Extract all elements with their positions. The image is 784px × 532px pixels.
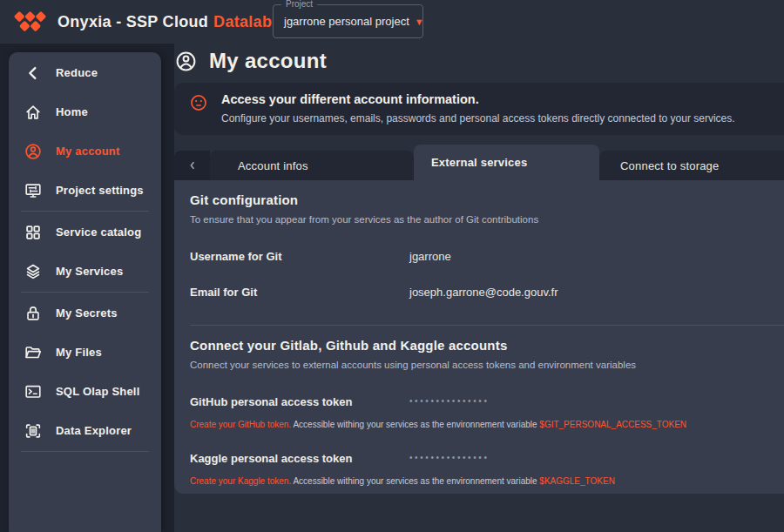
sidebar-item-label: My account [56,145,120,158]
kaggle-env-var: $KAGGLE_TOKEN [539,476,615,486]
sidebar-item-label: My Secrets [56,306,118,320]
sentiment-neutral-icon [189,93,208,112]
sidebar-item-label: My Services [56,265,123,278]
git-email-value[interactable]: joseph.garrone@code.gouv.fr [409,286,558,299]
notice-description: Configure your usernames, emails, passwo… [221,112,735,125]
sidebar-item-label: Reduce [56,66,98,79]
tab-connect-to-storage[interactable]: Connect to storage [599,151,784,180]
data-frame-icon [24,421,43,441]
app-title: Onyxia - SSP CloudDatalab [57,13,272,31]
field-row-git-username: Username for Git jgarrone [190,250,784,263]
accounts-section-subtitle: Connect your services to external accoun… [190,360,784,370]
sidebar-item-label: SQL Olap Shell [56,385,139,398]
notice-title: Access your different account informatio… [221,92,735,106]
git-configuration-title: Git configuration [190,192,784,207]
sidebar-divider [21,292,149,293]
brand-accent: Datalab [213,13,272,30]
external-services-panel: Git configuration To ensure that you app… [174,180,784,494]
field-row-github-token: GitHub personal access token •••••••••••… [190,395,784,408]
create-kaggle-token-link[interactable]: Create your Kaggle token. [190,476,291,486]
field-row-kaggle-token: Kaggle personal access token •••••••••••… [190,452,784,465]
brand-title: Onyxia - SSP Cloud [57,13,208,30]
sidebar-item-my-files[interactable]: My Files [9,333,161,372]
field-label: Kaggle personal access token [190,452,409,465]
accounts-section-title: Connect your Gitlab, Github and Kaggle a… [190,338,784,353]
section-divider [190,325,784,326]
tabs-scroll-left-button[interactable] [174,151,210,180]
page-title: My account [209,49,327,73]
main-content: My account Access your different account… [174,44,784,532]
sidebar-item-my-services[interactable]: My Services [9,252,161,291]
sidebar-divider [21,211,149,212]
git-configuration-subtitle: To ensure that you appear from your serv… [190,214,784,225]
sidebar-item-home[interactable]: Home [9,92,161,131]
kaggle-token-masked-value[interactable]: ••••••••••••••• [409,453,490,462]
page-header: My account [174,49,327,73]
home-icon [24,103,43,122]
account-circle-icon [24,142,43,161]
sidebar: Reduce Home My account Project settings … [9,52,161,532]
sidebar-item-label: Service catalog [56,226,141,239]
git-username-value[interactable]: jgarrone [409,250,451,263]
sidebar-item-label: Home [56,105,88,118]
sidebar-item-project-settings[interactable]: Project settings [9,171,161,210]
github-env-var: $GIT_PERSONAL_ACCESS_TOKEN [539,420,686,429]
sidebar-item-my-account[interactable]: My account [9,131,161,171]
notice-text: Access your different account informatio… [221,92,735,125]
project-select[interactable]: Project jgarrone personal project ▼ [273,4,423,38]
notice-banner: Access your different account informatio… [174,83,784,135]
app-header: Onyxia - SSP CloudDatalab Project jgarro… [0,0,784,44]
field-label: GitHub personal access token [190,395,409,408]
layers-icon [24,262,43,281]
sidebar-item-label: My Files [56,346,102,359]
field-row-git-email: Email for Git joseph.garrone@code.gouv.f… [190,286,784,299]
helper-text: Accessible withing your services as the … [291,476,539,486]
terminal-icon [24,382,43,401]
sidebar-item-service-catalog[interactable]: Service catalog [9,212,161,252]
caret-down-icon: ▼ [415,17,424,27]
project-select-label: Project [281,0,317,10]
project-select-value: jgarrone personal project [284,15,409,28]
tab-external-services[interactable]: External services [414,145,599,180]
onyxia-logo-icon [12,9,49,35]
folder-open-icon [24,343,43,362]
helper-text: Accessible withing your services as the … [291,420,539,429]
github-token-masked-value[interactable]: ••••••••••••••• [409,396,490,406]
github-token-helper: Create your GitHub token. Accessible wit… [190,420,777,429]
sidebar-item-sql-olap-shell[interactable]: SQL Olap Shell [9,372,161,411]
field-label: Username for Git [190,250,409,263]
create-github-token-link[interactable]: Create your GitHub token. [190,420,291,429]
kaggle-token-helper: Create your Kaggle token. Accessible wit… [190,476,777,486]
tab-account-infos[interactable]: Account infos [210,151,414,180]
app-root: Onyxia - SSP CloudDatalab Project jgarro… [0,0,784,532]
chevron-left-icon [24,64,43,83]
sidebar-divider [21,451,149,452]
display-settings-icon [24,181,43,200]
sidebar-item-my-secrets[interactable]: My Secrets [9,293,161,333]
account-circle-icon [174,50,198,73]
sidebar-item-reduce[interactable]: Reduce [9,53,161,92]
lock-icon [24,304,43,323]
sidebar-item-label: Data Explorer [56,424,132,437]
chevron-left-icon [186,158,199,172]
grid-icon [24,223,43,242]
sidebar-item-label: Project settings [56,184,144,197]
sidebar-item-data-explorer[interactable]: Data Explorer [9,411,161,450]
tab-bar: Account infos External services Connect … [174,145,784,180]
field-label: Email for Git [190,286,409,299]
